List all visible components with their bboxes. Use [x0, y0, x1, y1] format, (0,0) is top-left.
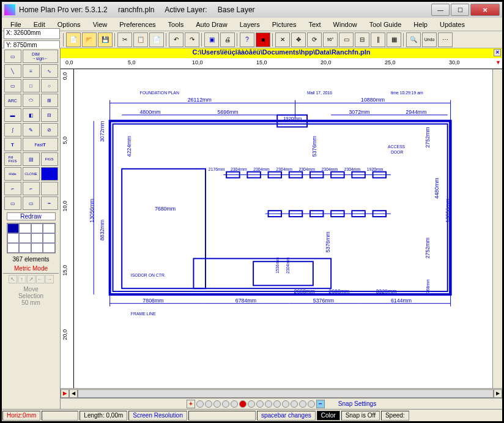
scroll-left-red-icon[interactable]: ▶	[61, 389, 69, 398]
redraw-button[interactable]: Redraw	[7, 212, 56, 220]
metric-mode[interactable]: Metric Mode	[3, 264, 59, 274]
svg-text:2752mm: 2752mm	[424, 238, 431, 258]
cut-icon[interactable]: ✂	[117, 32, 132, 47]
status-snap[interactable]: Snap is Off	[341, 411, 380, 421]
maximize-button[interactable]: ☐	[451, 4, 469, 16]
rotate-icon[interactable]: ⟳	[307, 32, 322, 47]
hatch-icon[interactable]: ▦	[387, 32, 401, 47]
close-button[interactable]: ✕	[470, 4, 500, 16]
menu-layers[interactable]: Layers	[235, 20, 265, 29]
menu-toolguide[interactable]: Tool Guide	[365, 20, 407, 29]
menu-text[interactable]: Text	[303, 20, 325, 29]
extra-icon[interactable]: ⋯	[438, 32, 453, 47]
print-icon[interactable]: 🖨	[220, 32, 235, 47]
status-color[interactable]: Color	[317, 411, 340, 421]
tool-box1[interactable]: ▭	[4, 197, 21, 210]
angle-icon[interactable]: 90°	[323, 32, 338, 47]
open-icon[interactable]: 📂	[82, 32, 97, 47]
menu-view[interactable]: View	[88, 20, 113, 29]
menu-window[interactable]: Window	[328, 20, 362, 29]
svg-text:2752mm: 2752mm	[424, 127, 431, 148]
status-screen[interactable]: Screen Resolution	[128, 411, 187, 421]
menu-preferences[interactable]: Preferences	[114, 20, 160, 29]
tool-fasttext[interactable]: FastT	[23, 138, 58, 151]
tool-dim[interactable]: DIM→sign←	[23, 50, 58, 63]
ruler-marker-icon: ▼	[495, 59, 501, 66]
tool-square[interactable]: □	[23, 79, 40, 92]
scrollbar-vertical[interactable]	[492, 69, 502, 388]
break-icon[interactable]: ⊟	[355, 32, 369, 47]
help-icon[interactable]: ?	[240, 32, 254, 47]
nudge-arrows[interactable]: ↖↑↗←→	[9, 275, 54, 283]
tool-wall[interactable]: ▬	[4, 108, 21, 122]
snap-plus-icon[interactable]: +	[187, 400, 195, 408]
tool-line[interactable]: ╲	[4, 64, 21, 78]
svg-text:5376mm: 5376mm	[311, 136, 317, 157]
paste-icon[interactable]: 📄	[149, 32, 164, 47]
tool-text[interactable]: T	[4, 138, 21, 151]
snap-dot[interactable]	[196, 400, 204, 408]
svg-text:6784mm: 6784mm	[235, 298, 256, 304]
select-icon[interactable]: ▭	[339, 32, 354, 47]
tool-arc[interactable]: ARC	[4, 94, 21, 107]
tool-hide[interactable]: Hide	[4, 167, 21, 181]
zoom-icon[interactable]: 🔍	[406, 32, 421, 47]
menu-tools[interactable]: Tools	[163, 20, 189, 29]
tool-rect[interactable]: ▭	[4, 79, 21, 92]
snap-dot-active[interactable]	[239, 400, 246, 408]
tool-clone[interactable]: CLONE	[23, 167, 40, 181]
tool-multiline[interactable]: ≡	[23, 64, 40, 78]
file-path-banner: C:\Users\ïëüçîâàòåëü\Documents\hpp\Data\…	[61, 48, 502, 58]
tool-pen[interactable]: ✎	[23, 123, 40, 137]
undo-icon[interactable]: ↶	[169, 32, 183, 47]
banner-close-icon[interactable]: ✕	[494, 49, 501, 56]
tool-path2[interactable]: ⌐	[23, 182, 40, 195]
tool-path[interactable]: ⌐	[4, 182, 21, 195]
new-icon[interactable]: 📄	[66, 32, 81, 47]
redo-icon[interactable]: ↷	[185, 32, 199, 47]
tool-marquee[interactable]: ▭	[4, 50, 21, 63]
tool-cross[interactable]: ⊘	[41, 123, 58, 137]
snap-settings-label[interactable]: Snap Settings	[338, 400, 376, 407]
tool-window[interactable]: ⊟	[41, 108, 58, 122]
copy-icon[interactable]: 📋	[133, 32, 148, 47]
svg-text:2688mm: 2688mm	[294, 288, 315, 294]
minimize-button[interactable]: —	[431, 4, 450, 16]
move-selection: Move Selection 50 mm	[18, 286, 43, 306]
save-icon[interactable]: 💾	[98, 32, 113, 47]
screen-icon[interactable]: ▣	[204, 32, 219, 47]
svg-text:2304mm: 2304mm	[286, 257, 290, 274]
tool-dash[interactable]: ┅	[41, 197, 58, 210]
menu-updates[interactable]: Updates	[435, 20, 470, 29]
tool-fillfigs[interactable]: FillFIGS	[4, 152, 21, 166]
svg-text:3328mm: 3328mm	[376, 288, 396, 294]
scrollbar-horizontal[interactable]: ▶ ◀ ▶	[61, 388, 502, 398]
svg-text:6144mm: 6144mm	[391, 298, 412, 304]
tool-polyline[interactable]: ∿	[41, 64, 58, 78]
tool-circle[interactable]: ○	[41, 79, 58, 92]
tool-fill[interactable]: ▢	[41, 167, 58, 181]
menu-help[interactable]: Help	[409, 20, 432, 29]
align-icon[interactable]: ‖	[371, 32, 385, 47]
tool-stairs[interactable]: ▤	[23, 152, 40, 166]
undo2-icon[interactable]: Undo	[422, 32, 437, 47]
left-tool-panel: ▭DIM→sign← ╲≡∿ ▭□○ ARC⬭⊞ ▬◧⊟ ∫✎⊘ TFastT …	[2, 48, 61, 409]
snap-minus-icon[interactable]: −	[316, 400, 325, 408]
tool-figs[interactable]: FIGS	[41, 152, 58, 166]
scroll-left-icon[interactable]: ◀	[69, 389, 78, 398]
tool-box2[interactable]: ▭	[23, 197, 40, 210]
stop-icon[interactable]: ■	[256, 32, 270, 47]
menu-pictures[interactable]: Pictures	[267, 20, 302, 29]
tool-grid[interactable]: ⊞	[41, 94, 58, 107]
color-grid[interactable]	[7, 223, 56, 253]
move-icon[interactable]: ✥	[291, 32, 306, 47]
menu-autodraw[interactable]: Auto Draw	[191, 20, 232, 29]
tool-ellipse[interactable]: ⬭	[23, 94, 40, 107]
menubar: File Edit Options View Preferences Tools…	[2, 18, 502, 31]
tool-curve[interactable]: ∫	[4, 123, 21, 137]
scroll-right-icon[interactable]: ▶	[494, 389, 502, 398]
delete-icon[interactable]: ✕	[275, 32, 290, 47]
tool-blank[interactable]	[41, 182, 58, 195]
drawing-canvas[interactable]: FOUNDATION PLAN Mall 17, 2016 time 10:29…	[74, 69, 492, 388]
tool-door[interactable]: ◧	[23, 108, 40, 122]
